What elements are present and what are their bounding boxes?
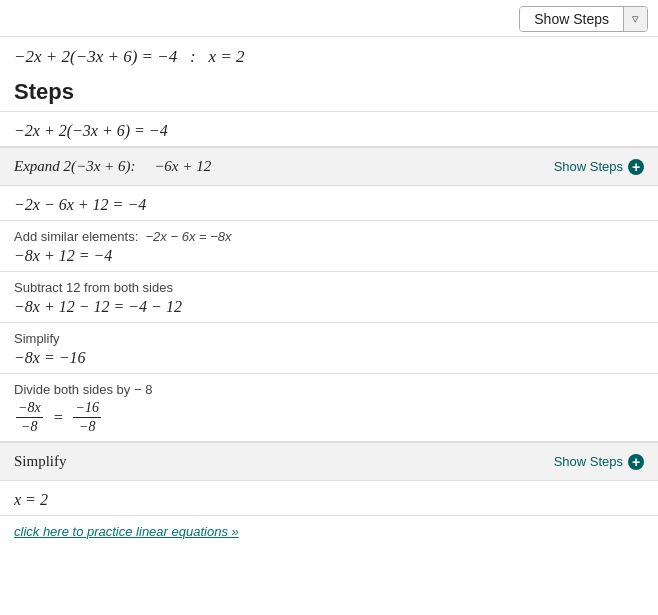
step-6-label: Divide both sides by − 8 [14,382,644,397]
step-6-equals: = [53,409,64,427]
step-7-left: Simplify [14,453,67,470]
step-7-highlighted: Simplify Show Steps + [0,442,658,481]
step-7-label: Simplify [14,453,67,469]
step-2-equation: −2x − 6x + 12 = −4 [14,196,644,214]
step-4: Subtract 12 from both sides −8x + 12 − 1… [0,272,658,322]
main-equation-text: −2x + 2(−3x + 6) = −4 : x = 2 [14,47,244,66]
step-6-equation: −8x −8 = −16 −8 [14,400,644,435]
step-6: Divide both sides by − 8 −8x −8 = −16 −8 [0,374,658,441]
step-0: −2x + 2(−3x + 6) = −4 [0,112,658,146]
step-8-equation: x = 2 [14,491,644,509]
step-1-left: Expand 2(−3x + 6): −6x + 12 [14,158,211,175]
main-equation: −2x + 2(−3x + 6) = −4 : x = 2 [0,37,658,75]
step-6-frac-right-den: −8 [77,418,97,435]
steps-heading: Steps [0,75,658,111]
top-bar: Show Steps ▿ [0,0,658,37]
step-3: Add similar elements: −2x − 6x = −8x −8x… [0,221,658,271]
practice-link[interactable]: click here to practice linear equations … [0,516,658,549]
show-steps-button[interactable]: Show Steps ▿ [519,6,648,32]
step-3-equation: −8x + 12 = −4 [14,247,644,265]
step-4-equation: −8x + 12 − 12 = −4 − 12 [14,298,644,316]
step-8: x = 2 [0,481,658,515]
step-5-equation: −8x = −16 [14,349,644,367]
step-1-plus-icon: + [628,159,644,175]
step-1-show-steps-label: Show Steps [554,159,623,174]
step-7-plus-icon: + [628,454,644,470]
step-2: −2x − 6x + 12 = −4 [0,186,658,220]
step-6-fraction-right: −16 −8 [73,400,100,435]
step-1-label: Expand 2(−3x + 6): [14,158,135,174]
step-6-fraction-left: −8x −8 [16,400,43,435]
step-5-label: Simplify [14,331,644,346]
step-1-result: −6x + 12 [154,158,211,174]
step-6-frac-left-den: −8 [19,418,39,435]
step-7-show-steps-label: Show Steps [554,454,623,469]
show-steps-label: Show Steps [520,7,623,31]
show-steps-dropdown-arrow[interactable]: ▿ [623,7,647,31]
step-1-highlighted: Expand 2(−3x + 6): −6x + 12 Show Steps + [0,147,658,186]
step-3-label: Add similar elements: −2x − 6x = −8x [14,229,644,244]
step-6-frac-left-num: −8x [16,400,43,418]
step-7-show-steps[interactable]: Show Steps + [554,454,644,470]
step-5: Simplify −8x = −16 [0,323,658,373]
step-1-show-steps[interactable]: Show Steps + [554,159,644,175]
step-4-label: Subtract 12 from both sides [14,280,644,295]
step-6-frac-right-num: −16 [73,400,100,418]
step-0-equation: −2x + 2(−3x + 6) = −4 [14,122,644,140]
